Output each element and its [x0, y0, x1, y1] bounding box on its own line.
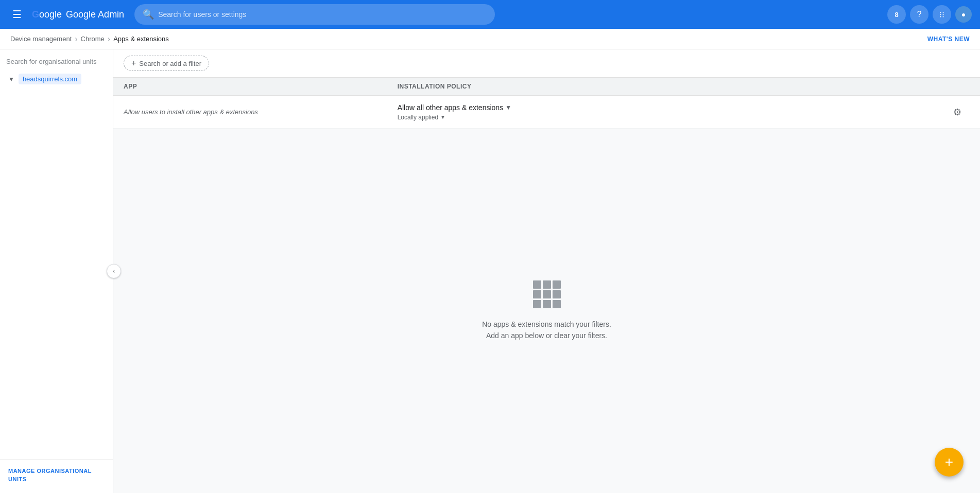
avatar-initial: ● [961, 10, 966, 19]
add-app-fab[interactable]: + [935, 448, 964, 477]
breadcrumb-sep-2: › [108, 34, 110, 44]
grid-cell-5 [543, 290, 551, 298]
col-header-policy: Installation policy [398, 83, 945, 90]
sidebar: Search for organisational units ▼ headsq… [0, 49, 113, 493]
app-name-cell: Allow users to install other apps & exte… [124, 108, 398, 116]
user-avatar[interactable]: ● [955, 6, 972, 23]
filter-chip[interactable]: + Search or add a filter [124, 56, 209, 71]
apps-grid-icon [533, 280, 561, 308]
row-settings-button[interactable]: ⚙ [945, 107, 970, 118]
empty-line-1: No apps & extensions match your filters. [482, 319, 611, 330]
breadcrumb: Device management › Chrome › Apps & exte… [0, 29, 980, 49]
grid-cell-3 [553, 280, 561, 289]
breadcrumb-sep-1: › [75, 34, 77, 44]
apps-icon: ⁝⁝ [939, 10, 944, 20]
filter-bar: + Search or add a filter [113, 49, 980, 78]
table-row: Allow users to install other apps & exte… [113, 96, 980, 129]
apps-icon-button[interactable]: ⁝⁝ [933, 5, 951, 24]
support-icon-button[interactable]: 8 [887, 5, 906, 24]
menu-icon[interactable]: ☰ [8, 4, 26, 25]
locally-applied-arrow-icon: ▼ [440, 114, 445, 120]
whats-new-link[interactable]: WHAT'S NEW [927, 36, 970, 43]
policy-cell: Allow all other apps & extensions ▼ Loca… [398, 103, 945, 121]
add-filter-icon: + [131, 59, 136, 68]
admin-label: Google Admin [66, 9, 124, 20]
global-search-bar[interactable]: 🔍 [134, 4, 495, 25]
empty-line-2: Add an app below or clear your filters. [482, 330, 611, 341]
breadcrumb-apps-extensions: Apps & extensions [113, 35, 169, 43]
settings-icon: ⚙ [953, 107, 961, 118]
support-icon: 8 [895, 11, 898, 19]
fab-plus-icon: + [945, 454, 953, 470]
col-header-app: App [124, 83, 398, 90]
search-icon: 🔍 [143, 9, 154, 20]
manage-org-units-link[interactable]: MANAGE ORGANISATIONAL UNITS [8, 468, 92, 482]
grid-cell-4 [533, 290, 541, 298]
help-icon: ? [917, 10, 922, 19]
content-area: + Search or add a filter App Installatio… [113, 49, 980, 493]
locally-applied-label[interactable]: Locally applied ▼ [398, 114, 945, 121]
grid-cell-1 [533, 280, 541, 289]
chevron-left-icon: ‹ [113, 268, 115, 275]
grid-cell-8 [543, 300, 551, 308]
table-header: App Installation policy [113, 78, 980, 96]
filter-chip-label: Search or add a filter [139, 60, 201, 67]
empty-state-text: No apps & extensions match your filters.… [482, 319, 611, 342]
brand: Google Google Admin [32, 9, 124, 20]
policy-dropdown[interactable]: Allow all other apps & extensions ▼ [398, 103, 945, 112]
sidebar-search-label: Search for organisational units [0, 54, 113, 69]
grid-cell-2 [543, 280, 551, 289]
main-layout: Search for organisational units ▼ headsq… [0, 49, 980, 493]
dropdown-arrow-icon: ▼ [505, 104, 511, 111]
top-nav-actions: 8 ? ⁝⁝ ● [887, 5, 972, 24]
global-search-input[interactable] [158, 10, 487, 19]
policy-value-label: Allow all other apps & extensions [398, 103, 503, 112]
grid-cell-7 [533, 300, 541, 308]
breadcrumb-chrome[interactable]: Chrome [81, 35, 105, 43]
sidebar-collapse-button[interactable]: ‹ [107, 264, 121, 278]
empty-state: No apps & extensions match your filters.… [113, 129, 980, 493]
top-nav: ☰ Google Google Admin 🔍 8 ? ⁝⁝ ● [0, 0, 980, 29]
google-logo: Google [32, 9, 62, 20]
sidebar-org-item-headsquirrels[interactable]: ▼ headsquirrels.com [0, 69, 113, 89]
chevron-down-icon: ▼ [8, 76, 14, 83]
org-unit-label: headsquirrels.com [19, 74, 81, 84]
breadcrumb-device-management[interactable]: Device management [10, 35, 72, 43]
grid-cell-9 [553, 300, 561, 308]
help-icon-button[interactable]: ? [910, 5, 929, 24]
locally-applied-text: Locally applied [398, 114, 438, 121]
grid-cell-6 [553, 290, 561, 298]
sidebar-footer: MANAGE ORGANISATIONAL UNITS [0, 460, 113, 489]
